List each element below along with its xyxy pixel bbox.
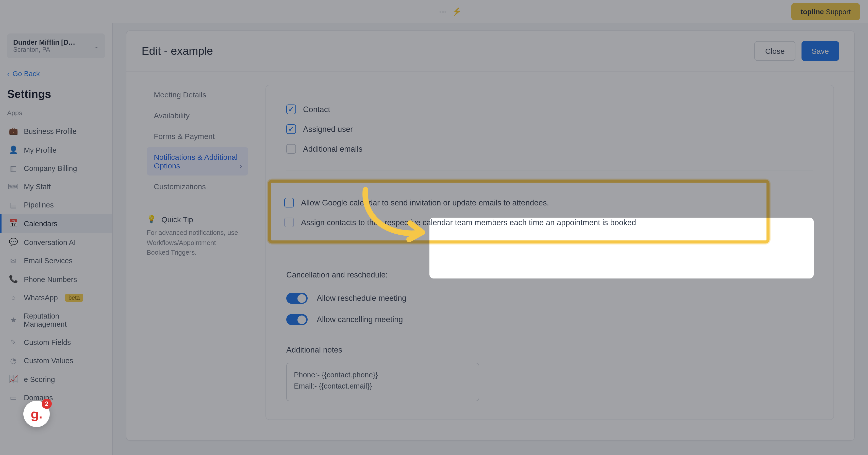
checkbox-icon (284, 218, 294, 227)
spotlight-hole (429, 218, 814, 279)
sidebar-item-custom-values[interactable]: ◔Custom Values (0, 352, 112, 370)
nav-label: Business Profile (24, 127, 76, 135)
toggle-icon (286, 314, 308, 325)
top-bar-center: ••• ⚡ (439, 7, 462, 16)
checkbox-contact[interactable]: Contact (286, 99, 813, 119)
org-switcher[interactable]: Dunder Mifflin [D… Scranton, PA ⌄ (7, 33, 105, 58)
sidebar-item-pipelines[interactable]: ▤Pipelines (0, 196, 112, 214)
sidebar-item-phone-numbers[interactable]: 📞Phone Numbers (0, 270, 112, 289)
tab-customizations[interactable]: Customizations (147, 176, 248, 196)
save-button[interactable]: Save (802, 41, 839, 61)
nav-icon: ⌨ (9, 183, 18, 191)
tab-notifications[interactable]: Notifications & Additional Options (147, 147, 248, 175)
nav-icon: ○ (9, 294, 18, 302)
bolt-icon: ⚡ (452, 7, 462, 16)
sidebar-item-email-services[interactable]: ✉Email Services (0, 252, 112, 270)
notes-heading: Additional notes (286, 346, 813, 355)
nav-icon: 📅 (9, 219, 18, 228)
nav-icon: ▥ (9, 164, 18, 172)
nav-icon: 📞 (9, 275, 18, 284)
beta-badge: beta (65, 294, 84, 302)
nav-icon: 💬 (9, 238, 18, 247)
nav-icon: ✉ (9, 257, 18, 265)
nav-icon: 👤 (9, 145, 18, 154)
sidebar-item-business-profile[interactable]: 💼Business Profile (0, 122, 112, 140)
sidebar-item-reputation-management[interactable]: ★Reputation Management (0, 307, 112, 333)
panel-title: Edit - example (142, 44, 213, 58)
go-back-link[interactable]: ‹ Go Back (0, 65, 112, 85)
sidebar-item-scoring[interactable]: 📈e Scoring (0, 370, 112, 389)
nav-label: Reputation Management (24, 312, 103, 328)
additional-notes-input[interactable]: Phone:- {{contact.phone}} Email:- {{cont… (286, 363, 479, 401)
sidebar-item-domains[interactable]: ▭Domains (0, 389, 112, 407)
checkbox-assigned-user[interactable]: Assigned user (286, 119, 813, 139)
nav-label: e Scoring (24, 375, 55, 383)
nav-label: My Staff (24, 183, 51, 191)
nav-label: Pipelines (24, 201, 54, 209)
toggle-cancel[interactable]: Allow cancelling meeting (286, 309, 813, 330)
nav-label: My Profile (24, 146, 57, 154)
checkbox-icon (286, 104, 296, 114)
sidebar: Dunder Mifflin [D… Scranton, PA ⌄ ‹ Go B… (0, 23, 113, 455)
nav-label: Email Services (24, 257, 72, 265)
tab-availability[interactable]: Availability (147, 105, 248, 125)
sidebar-item-my-profile[interactable]: 👤My Profile (0, 140, 112, 159)
checkbox-icon (286, 144, 296, 154)
support-button[interactable]: topline Support (792, 3, 860, 20)
nav-label: Phone Numbers (24, 275, 77, 283)
chevron-left-icon: ‹ (7, 69, 9, 77)
sidebar-item-my-staff[interactable]: ⌨My Staff (0, 177, 112, 196)
nav-label: Conversation AI (24, 238, 76, 246)
nav-icon: ✎ (9, 338, 18, 347)
toggle-reschedule[interactable]: Allow reschedule meeting (286, 288, 813, 309)
close-button[interactable]: Close (754, 41, 796, 61)
sidebar-item-conversation-ai[interactable]: 💬Conversation AI (0, 233, 112, 252)
org-location: Scranton, PA (13, 46, 75, 53)
checkbox-icon (286, 124, 296, 134)
chevron-down-icon: ⌄ (94, 42, 99, 50)
checkbox-icon (284, 198, 294, 207)
tip-text: For advanced notifications, use Workflow… (147, 228, 238, 257)
nav-label: Calendars (24, 219, 57, 228)
sidebar-item-custom-fields[interactable]: ✎Custom Fields (0, 333, 112, 352)
quick-tip: 💡Quick Tip For advanced notifications, u… (147, 215, 248, 257)
top-bar: ••• ⚡ topline Support (0, 0, 868, 23)
section-label: Apps (0, 109, 112, 122)
checkbox-additional-emails[interactable]: Additional emails (286, 139, 813, 159)
nav-icon: ◔ (9, 357, 18, 365)
checkbox-google-calendar[interactable]: Allow Google calendar to send invitation… (284, 193, 753, 213)
floating-badge[interactable]: g. (23, 401, 50, 427)
lightbulb-icon: 💡 (147, 215, 156, 224)
page-title: Settings (0, 85, 112, 109)
tab-forms-payment[interactable]: Forms & Payment (147, 126, 248, 146)
divider (286, 170, 813, 170)
nav-label: Company Billing (24, 164, 77, 172)
nav-label: Custom Values (24, 357, 73, 365)
main: Edit - example Close Save Meeting Detail… (113, 23, 868, 455)
org-name: Dunder Mifflin [D… (13, 38, 75, 46)
nav-icon: ▤ (9, 201, 18, 209)
sidebar-item-whatsapp[interactable]: ○WhatsAppbeta (0, 289, 112, 307)
tab-meeting-details[interactable]: Meeting Details (147, 85, 248, 104)
sidebar-item-calendars[interactable]: 📅Calendars (0, 214, 112, 233)
nav-icon: ★ (9, 316, 18, 324)
sidebar-item-company-billing[interactable]: ▥Company Billing (0, 159, 112, 177)
toggle-icon (286, 293, 308, 304)
nav-label: Custom Fields (24, 338, 71, 347)
nav-icon: ▭ (9, 394, 18, 402)
nav-label: WhatsApp (24, 294, 58, 302)
nav-icon: 💼 (9, 127, 18, 135)
nav-icon: 📈 (9, 375, 18, 384)
